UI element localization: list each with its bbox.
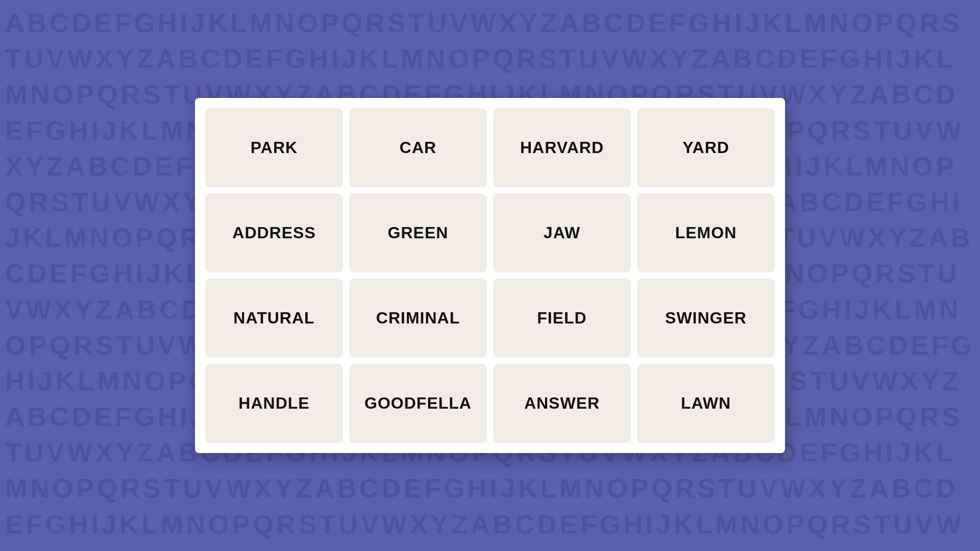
word-card-address[interactable]: ADDRESS	[205, 193, 343, 272]
word-card-criminal[interactable]: CRIMINAL	[349, 279, 487, 358]
word-card-yard[interactable]: YARD	[637, 108, 775, 187]
word-label-swinger: SWINGER	[665, 309, 747, 328]
word-card-park[interactable]: PARK	[205, 108, 343, 187]
word-label-criminal: CRIMINAL	[376, 309, 460, 328]
word-card-handle[interactable]: HANDLE	[205, 364, 343, 443]
word-label-car: CAR	[400, 138, 436, 157]
word-label-harvard: HARVARD	[520, 138, 604, 157]
word-label-address: ADDRESS	[232, 223, 315, 242]
word-card-lawn[interactable]: LAWN	[637, 364, 775, 443]
word-grid: PARKCARHARVARDYARDADDRESSGREENJAWLEMONNA…	[195, 98, 785, 453]
word-label-lemon: LEMON	[675, 223, 737, 242]
word-card-goodfella[interactable]: GOODFELLA	[349, 364, 487, 443]
word-label-yard: YARD	[682, 138, 729, 157]
word-card-swinger[interactable]: SWINGER	[637, 279, 775, 358]
word-label-field: FIELD	[537, 309, 586, 328]
word-label-handle: HANDLE	[238, 394, 309, 413]
word-card-green[interactable]: GREEN	[349, 193, 487, 272]
word-label-green: GREEN	[388, 223, 449, 242]
word-card-lemon[interactable]: LEMON	[637, 193, 775, 272]
word-label-goodfella: GOODFELLA	[364, 394, 472, 413]
word-label-park: PARK	[251, 138, 298, 157]
word-card-field[interactable]: FIELD	[493, 279, 631, 358]
word-label-natural: NATURAL	[233, 309, 314, 328]
word-card-answer[interactable]: ANSWER	[493, 364, 631, 443]
word-label-answer: ANSWER	[524, 394, 600, 413]
word-label-jaw: JAW	[544, 223, 580, 242]
word-card-car[interactable]: CAR	[349, 108, 487, 187]
word-card-natural[interactable]: NATURAL	[205, 279, 343, 358]
word-label-lawn: LAWN	[681, 394, 731, 413]
word-card-harvard[interactable]: HARVARD	[493, 108, 631, 187]
word-card-jaw[interactable]: JAW	[493, 193, 631, 272]
